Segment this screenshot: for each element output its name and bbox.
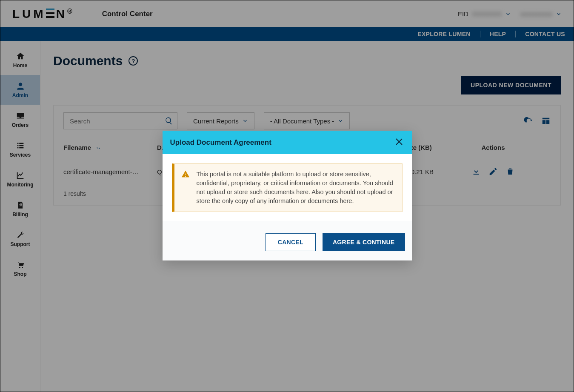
- modal-header: Upload Document Agreement: [163, 131, 412, 154]
- close-icon: [394, 137, 404, 147]
- modal-body: This portal is not a suitable platform t…: [163, 154, 412, 221]
- upload-agreement-modal: Upload Document Agreement This portal is…: [163, 131, 412, 260]
- cancel-button[interactable]: CANCEL: [266, 233, 316, 251]
- modal-title: Upload Document Agreement: [170, 138, 271, 147]
- warning-text: This portal is not a suitable platform t…: [197, 170, 395, 206]
- close-button[interactable]: [394, 137, 404, 149]
- modal-overlay: Upload Document Agreement This portal is…: [0, 0, 574, 392]
- warning-box: This portal is not a suitable platform t…: [172, 163, 403, 212]
- modal-footer: CANCEL AGREE & CONTINUE: [163, 221, 412, 260]
- warning-icon: [181, 170, 190, 206]
- agree-continue-button[interactable]: AGREE & CONTINUE: [323, 233, 405, 251]
